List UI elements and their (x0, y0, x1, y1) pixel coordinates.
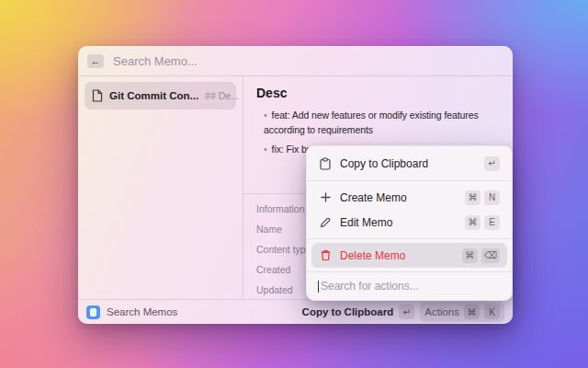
trash-icon (319, 249, 332, 261)
return-key-badge: ↵ (484, 156, 500, 171)
n-key-badge: N (484, 190, 500, 205)
detail-heading: Desc (256, 86, 500, 100)
primary-action-button[interactable]: Copy to Clipboard (302, 306, 394, 317)
window-topbar: ← Search Memo... (78, 46, 513, 76)
menu-item-create-memo[interactable]: Create Memo ⌘ N (311, 185, 507, 210)
memo-list: Git Commit Con... ## De... (78, 76, 243, 299)
plus-icon (319, 192, 332, 202)
list-item-subtitle: ## De... (205, 90, 239, 101)
list-item-git-commit[interactable]: Git Commit Con... ## De... (85, 82, 236, 109)
actions-search-placeholder: Search for actions... (321, 280, 419, 293)
status-bar-actions: Copy to Clipboard ↵ Actions ⌘ K (302, 302, 504, 322)
memo-search-input[interactable]: Search Memo... (113, 54, 198, 68)
actions-button-label: Actions (424, 306, 459, 317)
text-caret (318, 281, 319, 293)
list-item-title: Git Commit Con... (109, 90, 198, 101)
return-key-badge: ↵ (399, 305, 414, 319)
cmd-key-badge: ⌘ (462, 248, 478, 263)
menu-item-label: Create Memo (340, 191, 407, 204)
back-arrow-icon: ← (91, 55, 101, 66)
actions-popup-menu: Copy to Clipboard ↵ Create Memo ⌘ N Edit… (306, 145, 513, 301)
delete-key-badge: ⌫ (481, 248, 500, 263)
k-key-badge: K (484, 305, 500, 319)
menu-item-edit-memo[interactable]: Edit Memo ⌘ E (311, 210, 507, 235)
actions-search-input[interactable]: Search for actions... (307, 272, 512, 300)
cmd-key-badge: ⌘ (465, 215, 481, 230)
actions-button[interactable]: Actions ⌘ K (420, 302, 504, 322)
status-bar: Search Memos Copy to Clipboard ↵ Actions… (78, 299, 513, 324)
cmd-key-badge: ⌘ (465, 190, 481, 205)
document-icon (92, 89, 103, 102)
pencil-icon (319, 217, 332, 228)
menu-item-copy-to-clipboard[interactable]: Copy to Clipboard ↵ (311, 150, 507, 177)
menu-item-label: Edit Memo (340, 216, 392, 229)
menu-item-label: Delete Memo (340, 249, 405, 262)
app-name-label: Search Memos (107, 306, 177, 317)
clipboard-icon (319, 157, 332, 170)
detail-bullet: feat: Add new features or modify existin… (264, 108, 500, 138)
cmd-key-badge: ⌘ (464, 305, 480, 319)
e-key-badge: E (484, 215, 500, 230)
menu-item-label: Copy to Clipboard (340, 157, 428, 170)
back-button[interactable]: ← (87, 54, 104, 68)
memo-app-icon (86, 305, 100, 319)
menu-item-delete-memo[interactable]: Delete Memo ⌘ ⌫ (311, 243, 507, 268)
